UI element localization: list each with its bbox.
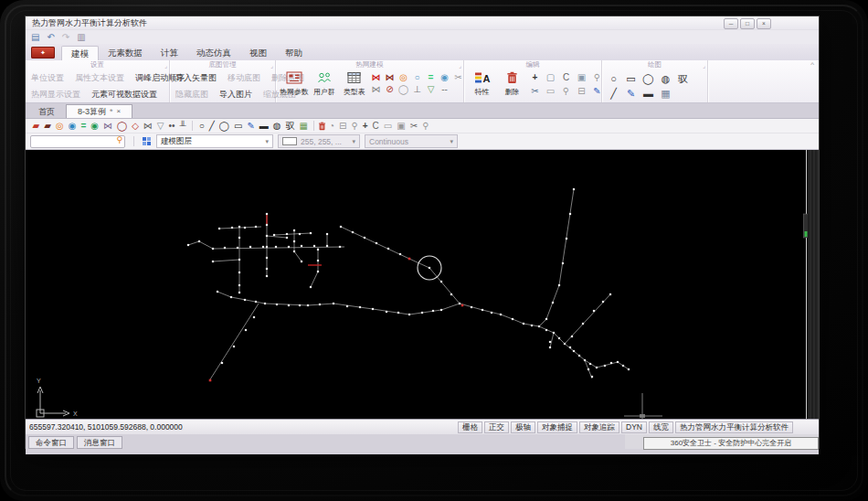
supply-pipe-icon[interactable]: ⋈ [372,71,381,83]
cut-icon[interactable]: ✂ [531,85,538,97]
filter-icon[interactable]: ▽ [428,83,435,95]
return-pipe-icon[interactable]: ▰ [42,120,54,132]
ribbon-text-button[interactable]: 属性文本设置 [69,69,130,86]
minimize-button[interactable]: ─ [724,18,738,29]
dash-icon[interactable]: -- [441,83,448,95]
pan-handle[interactable] [624,393,662,419]
redo-icon[interactable]: ↷ [62,32,69,43]
properties-button[interactable]: A特性 [467,69,497,98]
status-toggle[interactable]: 极轴 [511,421,535,433]
undo-icon[interactable]: ↶ [47,32,54,43]
image-icon[interactable]: ▦ [297,120,310,132]
delete-button[interactable]: 删除 [497,69,527,98]
rotate-icon[interactable]: C [563,71,569,83]
perpendicular-icon[interactable]: ⊥ [413,83,421,95]
dialog-launcher-icon[interactable]: ⌟ [703,61,705,70]
zoom-in-icon[interactable]: ⚲ [420,120,431,132]
document-tab[interactable]: 首页 [27,105,66,118]
polyline-icon[interactable]: ✎ [627,88,635,100]
regulator-icon[interactable]: ◇ [130,120,142,132]
move-icon[interactable]: + [360,120,370,132]
layer-manager-icon[interactable] [143,137,152,146]
paste-icon[interactable]: ▣ [577,71,586,83]
vessel-icon[interactable]: ◯ [398,83,408,95]
node-icon[interactable]: ◉ [66,120,79,132]
stand-icon[interactable]: ╨ [177,120,188,132]
circle-icon[interactable]: ○ [196,120,206,132]
move-icon[interactable]: + [533,71,538,83]
app-menu-button[interactable]: ✦ [31,47,55,59]
status-toggle[interactable]: 正交 [484,421,509,433]
ribbon-text-button[interactable]: 导入矢量图 [170,69,222,86]
document-tab[interactable]: 8-3算例*× [66,104,132,118]
dialog-launcher-icon[interactable]: ⌟ [270,61,273,70]
pump-icon[interactable]: ◎ [53,120,66,132]
ribbon-text-button[interactable]: 隐藏底图 [170,86,214,102]
valve-icon[interactable]: ⋈ [101,120,114,132]
restore-button[interactable]: □ [740,18,755,29]
ribbon-collapse-icon[interactable]: ^ [810,60,814,69]
status-toggle[interactable]: 栅格 [458,421,482,433]
status-toggle[interactable]: DYN [621,421,647,433]
donut-icon[interactable]: ◍ [662,73,671,85]
ribbon-text-button[interactable]: 移动底图 [222,69,266,86]
supply-pipe-icon[interactable]: ▰ [30,120,42,132]
user-group-button[interactable]: 用户群 [309,69,339,98]
zoom-out-icon[interactable]: ⚲ [594,71,600,83]
brush-icon[interactable]: ⊟ [337,120,349,132]
save-icon[interactable]: ▤ [31,32,39,43]
delete-icon[interactable] [318,122,326,131]
pen-icon[interactable]: ✎ [245,120,257,132]
rectangle-icon[interactable]: ▭ [231,120,244,132]
rect-select-icon[interactable]: ▭ [381,120,394,132]
heat-source-icon[interactable]: ◉ [89,120,101,132]
ellipse-icon[interactable]: ◯ [642,73,653,85]
cut-icon[interactable]: ✂ [408,120,419,132]
ribbon-tab[interactable]: 建模 [61,46,99,60]
security-notification[interactable]: 360安全卫士 - 安全防护中心完全开启 [643,437,819,450]
ribbon-tab[interactable]: 计算 [152,46,187,59]
paste-icon[interactable]: ▣ [395,120,408,132]
layer-select[interactable]: 建模图层 ▾ [156,134,273,148]
ellipse-icon[interactable]: ◯ [217,120,231,132]
pipe-network-canvas[interactable]: YX [26,150,808,419]
disc-icon[interactable]: ◔ [326,120,336,132]
return-pipe-icon[interactable]: ⋈ [386,71,395,83]
circle-icon[interactable]: ○ [610,73,617,85]
bottom-panel-tab[interactable]: 命令窗口 [28,436,74,449]
heat-source-icon[interactable]: ◉ [440,71,449,83]
dots-icon[interactable]: •• [166,120,177,132]
donut-icon[interactable]: ◍ [270,120,283,132]
line-icon[interactable]: ╱ [610,88,617,100]
ribbon-text-button[interactable]: 导入图片 [214,86,258,102]
solid-icon[interactable]: ▬ [257,120,270,132]
close-tab-icon[interactable]: × [117,105,122,118]
ribbon-text-button[interactable]: 单位设置 [26,69,69,86]
rect-select-icon[interactable]: ▭ [546,85,555,97]
rectangle-icon[interactable]: ▭ [626,73,635,85]
color-select[interactable]: 255, 255, ... ▾ [278,134,360,148]
zoom-window-icon[interactable]: ⚲ [349,120,360,132]
dialog-launcher-icon[interactable]: ⌟ [164,61,167,70]
gate-valve-icon[interactable]: ⋈ [141,120,154,132]
ribbon-tab[interactable]: 视图 [240,46,276,59]
bottom-panel-tab[interactable]: 消息窗口 [77,436,122,449]
search-icon[interactable]: ⚲ [116,135,122,144]
status-toggle[interactable]: 对象追踪 [579,421,619,433]
linetype-select[interactable]: Continuous ▾ [365,134,458,148]
ribbon-text-button[interactable]: 元素可视数据设置 [86,86,163,102]
status-toggle[interactable]: 线宽 [649,421,673,433]
ribbon-tab[interactable]: 动态仿真 [187,46,240,59]
heat-exchanger-icon[interactable]: = [79,120,89,132]
cut-pipe-icon[interactable]: ✂ [454,71,461,83]
image-icon[interactable]: ▦ [661,88,670,100]
solid-icon[interactable]: ▬ [643,88,653,100]
search-input[interactable] [33,136,113,147]
status-toggle[interactable]: 对象捕捉 [537,421,577,433]
zoom-in-icon[interactable]: ⚲ [563,85,569,97]
gate-valve-icon[interactable]: ⋈ [372,83,381,95]
ribbon-text-button[interactable]: 热网显示设置 [26,86,86,102]
ribbon-tab[interactable]: 元素数据 [99,46,152,59]
print-icon[interactable]: ▥ [77,32,85,43]
copy-icon[interactable]: ▢ [546,71,555,83]
